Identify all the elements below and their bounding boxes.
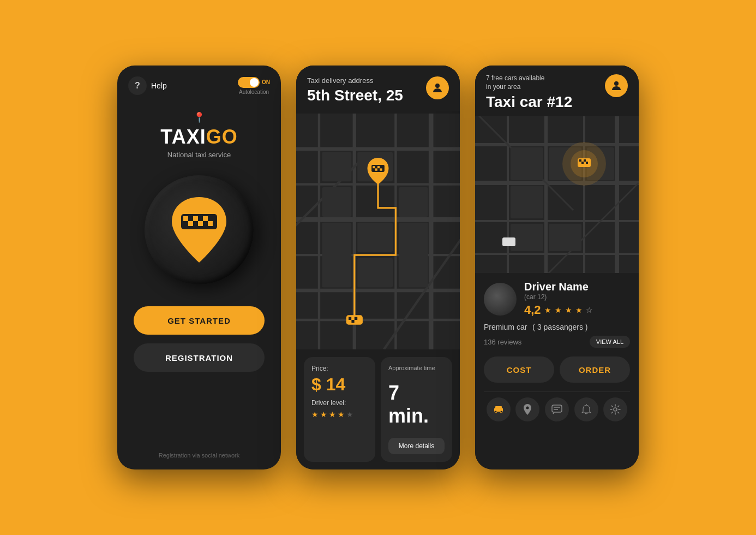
bell-icon [581, 404, 591, 415]
registration-button[interactable]: REGISTRATION [134, 343, 265, 372]
address-text: 5th Street, 25 [307, 87, 403, 104]
car-icon [493, 406, 504, 413]
svg-rect-4 [198, 216, 203, 221]
svg-rect-76 [586, 159, 588, 162]
reviews-row: 136 reviews VIEW ALL [484, 336, 630, 348]
driver-stars: ★ ★ ★ ★ ★ [311, 410, 368, 419]
taxi-pin-circle [145, 175, 254, 284]
nav-location-button[interactable] [515, 397, 539, 421]
svg-rect-64 [511, 147, 543, 180]
autolocation-area: ON Autolocation [238, 77, 270, 95]
svg-rect-5 [203, 216, 208, 221]
screen2-header: Taxi delivery address 5th Street, 25 [296, 66, 460, 111]
svg-rect-10 [198, 221, 203, 226]
car-name-text: Taxi car #12 [486, 93, 572, 111]
car-number: (car 12) [524, 293, 630, 301]
svg-rect-74 [581, 159, 584, 162]
svg-rect-42 [355, 320, 357, 323]
driver-name: Driver Name [524, 281, 630, 293]
screen3-map [475, 115, 639, 273]
svg-point-13 [435, 84, 440, 88]
svg-rect-83 [495, 406, 502, 409]
svg-rect-77 [579, 162, 581, 164]
svg-rect-75 [584, 159, 586, 162]
screen-1-welcome: ? Help ON Autolocation 📍 TAXIGO National… [117, 66, 281, 469]
svg-rect-66 [511, 186, 543, 218]
svg-rect-11 [203, 221, 208, 226]
autolocation-toggle-row: ON [238, 77, 270, 88]
order-button[interactable]: ORDER [560, 356, 630, 383]
svg-rect-49 [375, 168, 377, 170]
help-button[interactable]: ? [128, 76, 147, 95]
svg-rect-78 [581, 162, 584, 164]
screen-2-map: Taxi delivery address 5th Street, 25 [296, 66, 460, 469]
user-avatar-s3[interactable] [605, 74, 628, 97]
get-started-button[interactable]: GET STARTED [134, 306, 265, 335]
user-avatar-s2[interactable] [426, 76, 449, 99]
r-star-1: ★ [544, 306, 551, 314]
svg-rect-12 [208, 221, 213, 226]
svg-rect-33 [357, 258, 393, 288]
nav-car-button[interactable] [487, 397, 511, 421]
map-svg-s2 [296, 114, 460, 349]
autolocation-toggle[interactable] [238, 77, 260, 88]
svg-rect-37 [349, 317, 351, 320]
car-type-row: Premium car ( 3 passangers ) [484, 323, 630, 331]
car-info-area: 7 free cars availablein your area Taxi c… [486, 74, 572, 111]
svg-rect-69 [549, 224, 581, 251]
action-buttons: COST ORDER [484, 356, 630, 383]
topbar-s1: ? Help ON Autolocation [128, 76, 270, 95]
svg-rect-6 [208, 216, 213, 221]
svg-rect-48 [373, 168, 375, 170]
screen3-header: 7 free cars availablein your area Taxi c… [475, 66, 639, 116]
price-value: $ 14 [311, 374, 368, 395]
price-box: Price: $ 14 Driver level: ★ ★ ★ ★ ★ [304, 357, 375, 462]
approx-label: Approximate time [388, 365, 445, 371]
svg-rect-3 [193, 216, 198, 221]
driver-row: Driver Name (car 12) 4,2 ★ ★ ★ ★ ☆ [484, 281, 630, 317]
svg-point-52 [614, 81, 619, 86]
reviews-count: 136 reviews [484, 338, 521, 346]
svg-rect-40 [349, 320, 351, 323]
nav-bell-button[interactable] [574, 397, 598, 421]
nav-chat-button[interactable] [545, 397, 569, 421]
logo-pin-icon: 📍 [193, 111, 205, 123]
more-details-button[interactable]: More details [388, 438, 445, 454]
screen-3-car: 7 free cars availablein your area Taxi c… [475, 66, 639, 469]
star-4: ★ [338, 410, 345, 419]
r-star-2: ★ [555, 306, 562, 314]
driver-level-label: Driver level: [311, 399, 368, 407]
user-icon [431, 81, 444, 94]
location-icon [523, 404, 532, 415]
svg-rect-73 [579, 159, 581, 162]
help-label: Help [151, 81, 167, 90]
address-area: Taxi delivery address 5th Street, 25 [307, 76, 403, 104]
svg-rect-1 [183, 216, 188, 221]
logo-taxi-part: TAXI [160, 126, 206, 148]
social-text: Registration via social network [159, 441, 240, 459]
autolocation-text: Autolocation [239, 89, 269, 95]
star-5: ★ [346, 410, 353, 419]
rating-row: 4,2 ★ ★ ★ ★ ☆ [524, 303, 630, 317]
toggle-on-label: ON [262, 79, 270, 85]
cost-button[interactable]: COST [484, 356, 554, 383]
logo-go-part: GO [206, 126, 238, 148]
view-all-button[interactable]: VIEW ALL [590, 336, 630, 348]
svg-point-90 [614, 408, 617, 411]
delivery-label: Taxi delivery address [307, 76, 403, 85]
svg-rect-51 [380, 168, 382, 170]
svg-point-85 [500, 411, 502, 413]
driver-avatar [484, 283, 517, 316]
nav-gear-button[interactable] [603, 397, 627, 421]
star-2: ★ [320, 410, 327, 419]
user-icon-s3 [610, 79, 623, 92]
svg-rect-34 [399, 223, 428, 288]
free-cars-text: 7 free cars availablein your area [486, 74, 572, 91]
screen3-bottom: Driver Name (car 12) 4,2 ★ ★ ★ ★ ☆ Premi… [475, 273, 639, 469]
svg-rect-81 [502, 237, 515, 246]
svg-rect-30 [399, 187, 428, 217]
svg-rect-46 [377, 166, 380, 168]
svg-rect-8 [188, 221, 193, 226]
svg-rect-47 [380, 166, 382, 168]
svg-rect-38 [351, 317, 354, 320]
